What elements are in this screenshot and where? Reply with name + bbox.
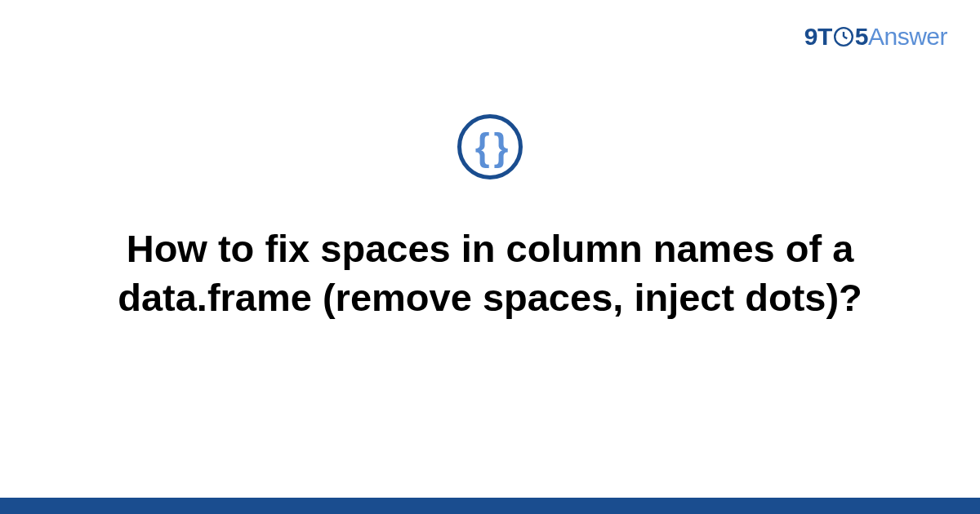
logo-five: 5 <box>855 23 868 51</box>
main-content: { } How to fix spaces in column names of… <box>0 114 980 322</box>
logo-answer: Answer <box>868 23 947 51</box>
clock-icon <box>833 26 854 47</box>
logo-t: T <box>817 23 832 51</box>
category-icon-circle: { } <box>457 114 523 179</box>
site-logo: 9 T 5 Answer <box>804 23 947 51</box>
svg-line-2 <box>844 37 847 38</box>
question-title: How to fix spaces in column names of a d… <box>82 224 898 322</box>
footer-bar <box>0 498 980 514</box>
logo-nine: 9 <box>804 23 817 51</box>
code-braces-icon: { } <box>475 128 506 166</box>
